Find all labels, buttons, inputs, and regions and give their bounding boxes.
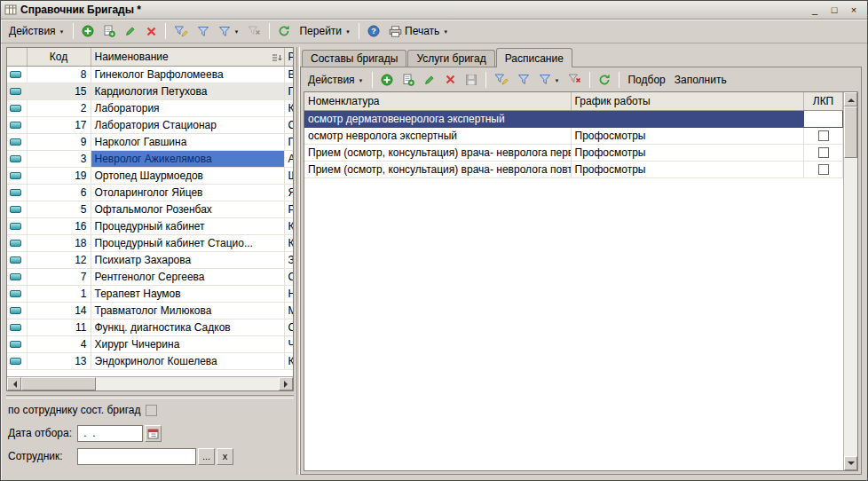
schedule-filter-settings-button[interactable] — [491, 70, 512, 90]
add-button[interactable] — [78, 21, 98, 41]
schedule-add-copy-button[interactable] — [398, 70, 418, 90]
brigade-row[interactable]: 6Отоларинголог ЯйцевЯйц — [7, 184, 293, 201]
brigade-name-cell: Терапевт Наумов — [91, 285, 284, 302]
lkp-cell — [804, 144, 843, 161]
brigade-row[interactable]: 18Процедурный кабинет Стацио...Кас — [7, 234, 293, 251]
vscroll-track[interactable] — [844, 158, 857, 456]
schedule-row[interactable]: Прием (осмотр, консультация) врача- невр… — [304, 161, 843, 177]
down-arrow-icon — [848, 461, 855, 469]
brigade-head-cell: Шау — [284, 167, 293, 184]
brigade-row[interactable]: 17Лаборатория СтационарСад — [7, 116, 293, 133]
fill-button[interactable]: Заполнить — [671, 70, 730, 90]
hscrollbar[interactable] — [7, 376, 293, 390]
brigade-item-icon-cell — [7, 150, 27, 167]
scroll-up-button[interactable] — [844, 92, 857, 106]
brigade-row[interactable]: 9Нарколог ГавшинаГав — [7, 133, 293, 150]
hscroll-track[interactable] — [96, 377, 279, 390]
clear-filter-button[interactable] — [244, 21, 264, 41]
tab-schedule[interactable]: Расписание — [496, 48, 572, 67]
brigade-code-cell: 8 — [27, 66, 91, 83]
refresh-button[interactable] — [274, 21, 294, 41]
brigade-code-cell: 16 — [27, 217, 91, 234]
vscrollbar[interactable] — [843, 92, 857, 470]
horizontal-splitter[interactable] — [6, 391, 294, 400]
brigade-row[interactable]: 5Офтальмолог РозенбахРоз — [7, 201, 293, 217]
name-column-header[interactable]: Наименование — [91, 48, 284, 66]
head-column-header[interactable]: Рук — [284, 48, 293, 66]
pick-button[interactable]: Подбор — [624, 70, 668, 90]
brigade-row[interactable]: 1Терапевт НаумовНау — [7, 285, 293, 302]
employee-filter-input[interactable] — [77, 448, 196, 465]
scroll-down-button[interactable] — [844, 456, 857, 470]
minimize-button[interactable]: _ — [807, 4, 823, 17]
schedule-actions-menu-button[interactable]: Действия▼ — [304, 70, 367, 90]
brigade-row[interactable]: 4Хирург ЧичеринаЧич — [7, 335, 293, 352]
employee-filter-label: Сотрудник: — [8, 450, 72, 462]
schedule-row[interactable]: Прием (осмотр, консультация) врача- невр… — [304, 144, 843, 161]
vscroll-thumb[interactable] — [844, 106, 857, 158]
hscroll-thumb[interactable] — [21, 377, 96, 390]
tab-services[interactable]: Услуги бригад — [407, 50, 494, 67]
nomenclature-column-header[interactable]: Номенклатура — [304, 92, 571, 110]
brigade-row[interactable]: 8Гинеколог ВарфоломееваВар — [7, 66, 293, 83]
schedule-row[interactable]: осмотр дерматовенеролога экспертный — [304, 110, 843, 127]
add-copy-button[interactable] — [99, 21, 119, 41]
employee-select-button[interactable]: ... — [198, 448, 215, 465]
employee-clear-button[interactable]: x — [217, 448, 233, 465]
maximize-button[interactable]: □ — [826, 4, 842, 17]
brigade-row[interactable]: 12Психиатр ЗахароваЗах — [7, 251, 293, 268]
edit-button[interactable] — [121, 21, 140, 41]
code-column-header[interactable]: Код — [27, 48, 91, 66]
brigade-row[interactable]: 2ЛабораторияКас — [7, 99, 293, 116]
schedule-row[interactable]: осмотр невролога экспертныйПрофосмотры — [304, 127, 843, 144]
print-menu-button[interactable]: Печать▼ — [385, 21, 452, 41]
schedule-grid: Номенклатура График работы ЛКП осмотр де… — [304, 91, 858, 471]
brigade-row[interactable]: 19Ортопед ШаурмоедовШау — [7, 167, 293, 184]
scroll-right-button[interactable] — [279, 377, 293, 390]
brigade-row[interactable]: 7Рентгенолог СергееваСер — [7, 268, 293, 285]
lkp-checkbox[interactable] — [818, 130, 829, 141]
schedule-filter-menu-button[interactable]: ▼ — [535, 70, 564, 90]
lkp-column-header[interactable]: ЛКП — [804, 92, 843, 110]
go-menu-button[interactable]: Перейти▼ — [296, 21, 354, 41]
date-filter-input[interactable]: . . — [77, 425, 143, 442]
brigade-row[interactable]: 3Невролог АжикелямоваАжи — [7, 150, 293, 167]
title-bar: Справочник Бригады * _ □ × — [1, 1, 867, 20]
help-button[interactable]: ? — [364, 21, 383, 41]
brigade-row[interactable]: 16Процедурный кабинетКас — [7, 217, 293, 234]
date-filter-label: Дата отбора: — [8, 427, 72, 439]
scroll-left-button[interactable] — [7, 377, 21, 390]
brigade-name-cell: Лаборатория — [91, 99, 284, 116]
print-icon — [389, 26, 402, 37]
icon-column-header[interactable] — [7, 48, 27, 66]
tab-compositions[interactable]: Составы бригады — [302, 50, 406, 67]
schedule-clear-filter-button[interactable] — [564, 70, 585, 90]
lkp-checkbox[interactable] — [818, 147, 829, 158]
schedule-edit-button[interactable] — [420, 70, 439, 90]
filter-menu-button[interactable]: ▼ — [215, 21, 243, 41]
vertical-splitter[interactable] — [294, 47, 300, 475]
brigades-grid: Код Наименование Рук 8Гинеколог В — [6, 47, 294, 391]
brigade-row[interactable]: 14Травматолог МилюковаМил — [7, 302, 293, 319]
brigade-item-icon-cell — [7, 217, 27, 234]
brigade-row[interactable]: 11Функц. диагностика СадковСад — [7, 319, 293, 335]
schedule-filter-by-value-button[interactable] — [514, 70, 533, 90]
by-employee-checkbox[interactable] — [146, 405, 157, 416]
schedule-save-button[interactable] — [462, 70, 481, 90]
brigade-row[interactable]: 15Кардиология ПетуховаПет — [7, 83, 293, 99]
schedule-refresh-button[interactable] — [595, 70, 614, 90]
toolbar-separator — [619, 72, 619, 88]
schedule-delete-button[interactable] — [441, 70, 460, 90]
dropdown-caret-icon: ▼ — [59, 29, 65, 35]
name-column-label: Наименование — [95, 51, 169, 63]
lkp-checkbox[interactable] — [818, 164, 829, 175]
schedule-column-header[interactable]: График работы — [571, 92, 804, 110]
close-button[interactable]: × — [846, 4, 862, 17]
delete-button[interactable] — [142, 21, 161, 41]
actions-menu-button[interactable]: Действия▼ — [5, 21, 68, 41]
filter-by-value-button[interactable] — [193, 21, 213, 41]
brigade-row[interactable]: 13Эндокринолог КошелеваКош — [7, 352, 293, 369]
calendar-button[interactable] — [145, 425, 162, 442]
schedule-add-button[interactable] — [377, 70, 397, 90]
filter-settings-button[interactable] — [170, 21, 192, 41]
